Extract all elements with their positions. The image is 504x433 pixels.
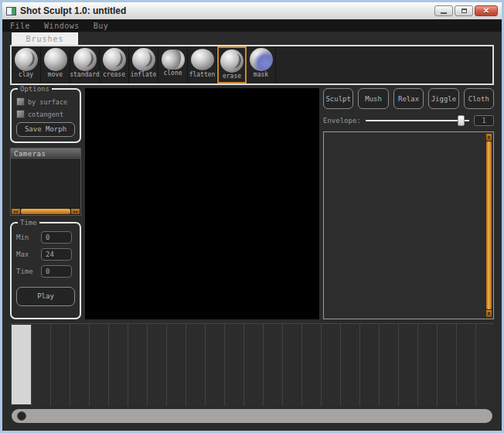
min-field-row: Min (16, 231, 75, 244)
brush-flatten[interactable]: flatten (188, 46, 217, 84)
menu-buy[interactable]: Buy (94, 22, 109, 30)
crease-brush-icon (103, 48, 126, 71)
brush-mask[interactable]: mask (247, 46, 276, 84)
envelope-label: Envelope: (323, 117, 361, 124)
clay-brush-icon (15, 48, 38, 71)
brush-erase[interactable]: erase (217, 46, 247, 84)
sculpt-button[interactable]: Sculpt (323, 88, 353, 109)
menu-file[interactable]: File (10, 22, 30, 30)
brush-clone[interactable]: clone (158, 46, 188, 84)
cameras-scrollbar-thumb[interactable] (21, 209, 70, 214)
brush-move[interactable]: move (41, 46, 70, 84)
brush-crease[interactable]: crease (100, 46, 129, 84)
timeline[interactable] (10, 323, 494, 406)
envelope-slider-handle[interactable] (458, 115, 465, 126)
checkbox-cotangent[interactable]: cotangent (16, 110, 75, 118)
jiggle-button[interactable]: Jiggle (428, 88, 458, 109)
minimize-button[interactable] (434, 5, 453, 16)
save-morph-button[interactable]: Save Morph (16, 122, 75, 137)
close-icon: ✕ (483, 7, 489, 15)
envelope-row: Envelope: 1 (323, 114, 494, 127)
list-scrollbar-thumb[interactable] (486, 141, 492, 309)
app-window: Shot Sculpt 1.0: untitled ✕ File Windows… (0, 0, 504, 433)
erase-brush-icon (220, 49, 243, 73)
cloth-button[interactable]: Cloth (464, 88, 494, 109)
relax-button[interactable]: Relax (393, 88, 424, 109)
time-group-title: Time (18, 219, 39, 227)
time-label: Time (16, 268, 38, 275)
scroll-left-arrow-icon[interactable] (12, 209, 20, 214)
menu-windows[interactable]: Windows (44, 22, 80, 30)
tab-row: Brushes (2, 32, 502, 45)
move-brush-icon (44, 48, 67, 71)
envelope-slider-track (366, 120, 469, 121)
morphs-list-panel[interactable] (323, 131, 494, 319)
scroll-down-arrow-icon[interactable] (486, 310, 492, 317)
close-button[interactable]: ✕ (475, 5, 498, 16)
menu-bar: File Windows Buy (2, 19, 502, 32)
timeline-playhead[interactable] (12, 325, 31, 404)
max-field-row: Max (16, 248, 75, 261)
options-group: Options by surface cotangent Save Morph (10, 88, 81, 143)
flatten-brush-icon (191, 49, 214, 70)
scroll-right-arrow-icon[interactable] (71, 209, 80, 214)
time-field-row: Time (16, 265, 75, 278)
brush-clay[interactable]: clay (12, 46, 41, 84)
cotangent-checkbox[interactable] (16, 110, 25, 118)
main-area: Options by surface cotangent Save Morph … (10, 88, 494, 319)
cameras-scrollbar[interactable] (11, 208, 80, 215)
checkbox-by-surface[interactable]: by surface (16, 97, 75, 106)
options-group-title: Options (18, 85, 52, 93)
right-panel: Sculpt Mush Relax Jiggle Cloth Envelope:… (323, 88, 494, 319)
window-title: Shot Sculpt 1.0: untitled (20, 5, 433, 16)
standard-brush-icon (73, 48, 97, 71)
timeline-scrollbar[interactable] (12, 409, 492, 423)
max-label: Max (16, 251, 38, 258)
clone-brush-icon (162, 49, 185, 70)
viewport-3d[interactable] (85, 88, 319, 319)
min-label: Min (16, 234, 38, 241)
tool-buttons-row: Sculpt Mush Relax Jiggle Cloth (323, 88, 494, 109)
min-input[interactable] (41, 231, 72, 244)
play-button[interactable]: Play (16, 287, 75, 306)
mush-button[interactable]: Mush (358, 88, 388, 109)
maximize-button[interactable] (455, 5, 473, 16)
time-input[interactable] (41, 265, 72, 278)
mask-brush-icon (250, 48, 273, 71)
minimize-icon (441, 12, 447, 14)
envelope-value[interactable]: 1 (474, 115, 494, 126)
inflate-brush-icon (132, 48, 155, 71)
cameras-panel: Cameras (10, 148, 81, 216)
brush-inflate[interactable]: inflate (129, 46, 158, 84)
brush-standard[interactable]: standard (70, 46, 100, 84)
time-group: Time Min Max Time Play (10, 222, 81, 319)
brushes-toolbar: clay move standard crease inflate clone … (10, 45, 494, 85)
scroll-up-arrow-icon[interactable] (486, 134, 492, 141)
by-surface-checkbox[interactable] (16, 97, 25, 106)
title-bar[interactable]: Shot Sculpt 1.0: untitled ✕ (2, 2, 502, 19)
list-scrollbar[interactable] (486, 134, 492, 317)
tab-brushes[interactable]: Brushes (12, 32, 78, 45)
app-icon (6, 7, 16, 15)
max-input[interactable] (41, 248, 72, 261)
left-panel: Options by surface cotangent Save Morph … (10, 88, 81, 319)
cameras-header: Cameras (11, 148, 80, 160)
envelope-slider[interactable] (366, 115, 469, 126)
timeline-scrollbar-knob[interactable] (17, 411, 26, 421)
maximize-icon (461, 9, 467, 13)
cameras-list[interactable] (11, 160, 80, 208)
toolbar-filler (276, 46, 492, 84)
